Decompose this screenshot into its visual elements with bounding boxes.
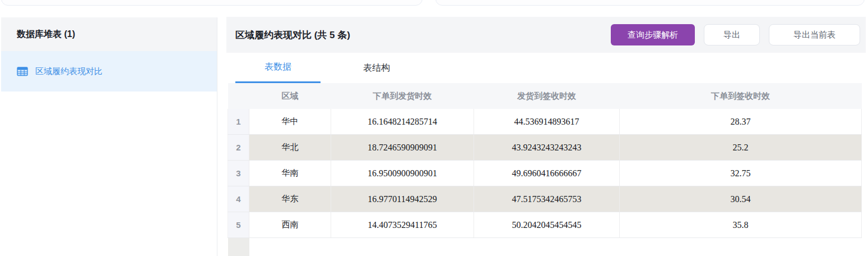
value-cell: 50.2042045454545	[474, 212, 620, 238]
row-index-cell: 5	[228, 212, 249, 238]
toolbar: 查询步骤解析 导出 导出当前表	[611, 24, 860, 45]
sidebar-item-label: 区域履约表现对比	[35, 66, 103, 77]
table-icon	[17, 66, 28, 77]
value-cell: 28.37	[620, 109, 862, 135]
value-cell: 47.5175342465753	[474, 186, 620, 212]
row-index-cell: 3	[228, 161, 249, 186]
region-cell: 华北	[249, 135, 331, 161]
value-cell	[474, 238, 620, 256]
column-header: 下单到签收时效	[620, 83, 862, 109]
tab-table-data[interactable]: 表数据	[235, 53, 321, 83]
export-button[interactable]: 导出	[704, 24, 760, 45]
value-cell: 16.9500900900901	[331, 161, 474, 186]
value-cell: 44.536914893617	[474, 109, 620, 135]
value-cell: 49.6960416666667	[474, 161, 620, 186]
column-header: 发货到签收时效	[474, 83, 620, 109]
result-table: 区域下单到发货时效发货到签收时效下单到签收时效 1华中16.1648214285…	[228, 83, 862, 256]
table-row: 1华中16.164821428571444.53691489361728.37	[228, 109, 862, 135]
value-cell: 32.75	[620, 161, 862, 186]
value-cell	[331, 238, 474, 256]
value-cell: 30.54	[620, 186, 862, 212]
region-cell: 西南	[249, 212, 331, 238]
export-current-table-button[interactable]: 导出当前表	[769, 24, 860, 45]
table-row: 3华南16.950090090090149.696041666666732.75	[228, 161, 862, 186]
row-index-cell: 2	[228, 135, 249, 161]
result-panel: 区域履约表现对比 (共 5 条) 查询步骤解析 导出 导出当前表 表数据 表结构…	[226, 17, 866, 256]
top-cutoff-card-left	[1, 0, 423, 6]
value-cell	[620, 238, 862, 256]
query-steps-analysis-button[interactable]: 查询步骤解析	[611, 24, 695, 45]
table-header-row: 区域下单到发货时效发货到签收时效下单到签收时效	[228, 83, 862, 109]
sidebar-title: 数据库堆表 (1)	[1, 17, 217, 51]
top-cutoff-card-right	[435, 0, 865, 6]
tab-bar: 表数据 表结构	[226, 53, 866, 83]
region-cell: 华东	[249, 186, 331, 212]
value-cell: 16.9770114942529	[331, 186, 474, 212]
value-cell: 14.4073529411765	[331, 212, 474, 238]
region-cell: 华南	[249, 161, 331, 186]
row-index-cell	[228, 238, 249, 256]
tab-table-structure[interactable]: 表结构	[334, 53, 419, 83]
table-row: 4华东16.977011494252947.517534246575330.54	[228, 186, 862, 212]
value-cell: 43.9243243243243	[474, 135, 620, 161]
column-header: 下单到发货时效	[331, 83, 474, 109]
row-index-cell: 1	[228, 109, 249, 135]
table-row-partial	[228, 238, 862, 256]
table-body: 1华中16.164821428571444.53691489361728.372…	[228, 109, 862, 256]
page-title: 区域履约表现对比 (共 5 条)	[235, 29, 350, 42]
result-panel-header: 区域履约表现对比 (共 5 条) 查询步骤解析 导出 导出当前表	[226, 17, 866, 53]
value-cell	[249, 238, 331, 256]
sidebar-panel: 数据库堆表 (1) 区域履约表现对比	[1, 17, 217, 256]
region-cell: 华中	[249, 109, 331, 135]
column-header: 区域	[249, 83, 331, 109]
table-row: 2华北18.724659090909143.924324324324325.2	[228, 135, 862, 161]
sidebar-item-region-table[interactable]: 区域履约表现对比	[1, 51, 217, 92]
table-row: 5西南14.407352941176550.204204545454535.8	[228, 212, 862, 238]
index-column-header	[228, 83, 249, 109]
row-index-cell: 4	[228, 186, 249, 212]
value-cell: 35.8	[620, 212, 862, 238]
value-cell: 18.7246590909091	[331, 135, 474, 161]
value-cell: 16.1648214285714	[331, 109, 474, 135]
value-cell: 25.2	[620, 135, 862, 161]
